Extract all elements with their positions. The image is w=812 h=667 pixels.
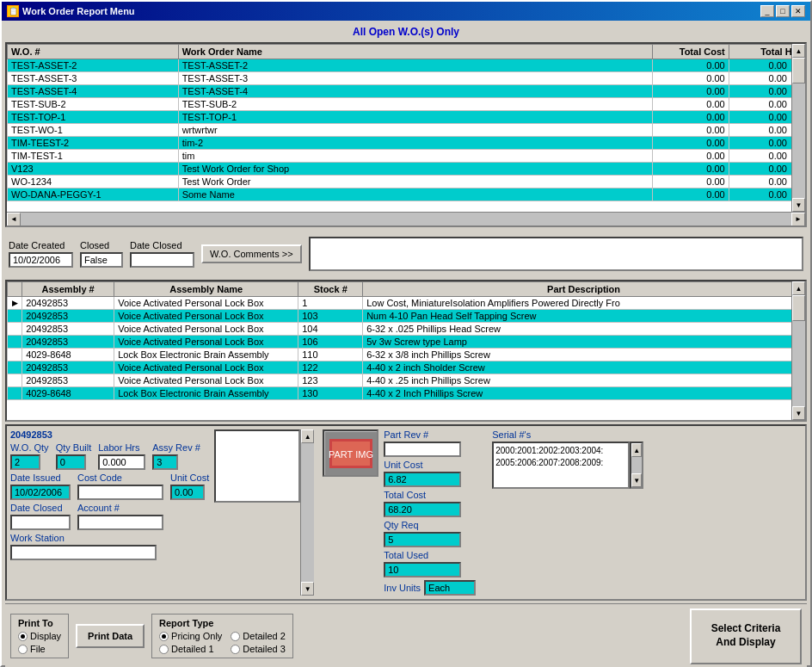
assy-rev-input[interactable] (152, 454, 178, 470)
total-cost-input[interactable] (384, 502, 461, 517)
asm-scroll-thumb[interactable] (792, 295, 805, 321)
date-bar: Date Created Closed Date Closed W.O. Com… (5, 230, 807, 277)
wo-table-row[interactable]: V123 Test Work Order for Shop 0.00 0.00 (8, 163, 805, 176)
pricing-only-radio-item[interactable]: Pricing Only (159, 631, 222, 641)
detailed-2-radio[interactable] (231, 632, 240, 641)
scroll-thumb[interactable] (792, 58, 805, 83)
total-used-input[interactable] (384, 562, 461, 577)
wo-table-row[interactable]: WO-1234 Test Work Order 0.00 0.00 (8, 176, 805, 188)
wo-table-row[interactable]: TEST-ASSET-3 TEST-ASSET-3 0.00 0.00 (8, 72, 805, 85)
cost-code-input[interactable] (77, 485, 163, 500)
workstation-input[interactable] (10, 545, 157, 560)
file-label: File (30, 644, 46, 654)
asm-table-row[interactable]: 20492853 Voice Activated Personal Lock B… (8, 361, 805, 374)
scroll-up-btn[interactable]: ▲ (792, 44, 805, 58)
asm-table-row[interactable]: 20492853 Voice Activated Personal Lock B… (8, 323, 805, 336)
qty-req-input[interactable] (384, 532, 461, 547)
pricing-only-radio[interactable] (159, 632, 169, 641)
window-controls: _ □ ✕ (760, 5, 805, 17)
date-closed-input[interactable] (130, 252, 194, 268)
asm-scroll-down-btn[interactable]: ▼ (792, 406, 805, 420)
date-created-label: Date Created (9, 240, 73, 250)
closed-label: Closed (80, 240, 123, 250)
detailed-2-label: Detailed 2 (243, 631, 286, 641)
asm-table-row[interactable]: 20492853 Voice Activated Personal Lock B… (8, 336, 805, 349)
wo-table-row[interactable]: TEST-TOP-1 TEST-TOP-1 0.00 0.00 (8, 111, 805, 124)
col-asm-name: Assembly Name (114, 282, 298, 297)
scroll-left-btn[interactable]: ◄ (7, 213, 21, 226)
scroll-right-btn[interactable]: ► (791, 213, 805, 226)
report-options: Pricing Only Detailed 1 Detailed 2 (159, 631, 286, 654)
qty-built-input[interactable] (56, 454, 86, 470)
total-used-label: Total Used (384, 550, 487, 560)
minimize-button[interactable]: _ (760, 5, 774, 17)
qty-req-label: Qty Req (384, 520, 487, 530)
wo-table-row[interactable]: TIM-TEEST-2 tim-2 0.00 0.00 (8, 137, 805, 150)
asm-table-row[interactable]: 4029-8648 Lock Box Electronic Brain Asse… (8, 387, 805, 400)
display-radio-item[interactable]: Display (18, 631, 61, 641)
date-created-input[interactable] (9, 252, 73, 268)
serial-scroll-down[interactable]: ▼ (631, 473, 642, 487)
col-arrow (8, 282, 22, 297)
wo-table-row[interactable]: WO-DANA-PEGGY-1 Some Name 0.00 0.00 (8, 188, 805, 201)
date-issued-input[interactable] (10, 485, 71, 500)
notes-scroll-down[interactable]: ▼ (301, 582, 314, 596)
notes-textarea[interactable] (214, 429, 300, 503)
asm-table-row[interactable]: 4029-8648 Lock Box Electronic Brain Asse… (8, 349, 805, 361)
notes-scroll-up[interactable]: ▲ (301, 429, 314, 443)
labor-hrs-input[interactable] (98, 454, 145, 470)
wo-table-row[interactable]: TEST-ASSET-2 TEST-ASSET-2 0.00 0.00 (8, 59, 805, 72)
inv-units-label: Inv Units (384, 583, 421, 593)
part-rev-label: Part Rev # (384, 429, 487, 440)
svg-text:PART IMG: PART IMG (329, 449, 373, 460)
main-window: 📋 Work Order Report Menu _ □ ✕ All Open … (0, 0, 812, 667)
wo-table-row[interactable]: TIM-TEST-1 tim 0.00 0.00 (8, 150, 805, 163)
asm-vertical-scrollbar[interactable]: ▲ ▼ (791, 281, 805, 420)
scroll-h-track (21, 213, 791, 225)
serial-scroll-up[interactable]: ▲ (631, 443, 642, 457)
asm-id-label: 20492853 (10, 429, 209, 440)
vertical-scrollbar[interactable]: ▲ ▼ (791, 44, 805, 212)
part-rev-input[interactable] (384, 442, 461, 457)
file-radio[interactable] (18, 645, 28, 654)
wo-table-row[interactable]: TEST-ASSET-4 TEST-ASSET-4 0.00 0.00 (8, 85, 805, 98)
detailed-3-radio-item[interactable]: Detailed 3 (231, 644, 286, 654)
report-col-1: Pricing Only Detailed 1 (159, 631, 222, 654)
assembly-table: Assembly # Assembly Name Stock # Part De… (7, 281, 805, 400)
total-cost-label: Total Cost (384, 490, 487, 500)
part-image-svg: PART IMG (325, 432, 377, 475)
select-criteria-button[interactable]: Select Criteria And Display (690, 608, 802, 664)
date-closed-detail-input[interactable] (10, 515, 71, 530)
file-radio-item[interactable]: File (18, 644, 61, 654)
unit-cost-right-input[interactable] (384, 472, 461, 487)
detailed-1-radio[interactable] (159, 645, 169, 654)
print-to-title: Print To (18, 618, 61, 628)
detailed-3-radio[interactable] (231, 645, 240, 654)
closed-input[interactable] (80, 252, 123, 268)
asm-scroll-up-btn[interactable]: ▲ (792, 281, 805, 295)
account-input[interactable] (77, 515, 163, 530)
display-radio[interactable] (18, 632, 28, 641)
scroll-track (792, 58, 805, 198)
serial-label: Serial #'s (492, 429, 643, 440)
maximize-button[interactable]: □ (776, 5, 790, 17)
asm-table-row[interactable]: ▶ 20492853 Voice Activated Personal Lock… (8, 297, 805, 310)
assembly-table-container: Assembly # Assembly Name Stock # Part De… (5, 280, 807, 422)
close-button[interactable]: ✕ (791, 5, 805, 17)
wo-table-row[interactable]: TEST-WO-1 wrtwrtwr 0.00 0.00 (8, 124, 805, 137)
asm-table-row[interactable]: 20492853 Voice Activated Personal Lock B… (8, 374, 805, 387)
inv-units-input[interactable] (424, 580, 476, 596)
detailed-3-label: Detailed 3 (243, 644, 286, 654)
detailed-2-radio-item[interactable]: Detailed 2 (231, 631, 286, 641)
date-issued-label: Date Issued (10, 472, 71, 483)
asm-table-row[interactable]: 20492853 Voice Activated Personal Lock B… (8, 310, 805, 323)
print-data-button[interactable]: Print Data (76, 624, 145, 648)
unit-cost-input[interactable] (170, 485, 205, 500)
wo-comments-button[interactable]: W.O. Comments >> (201, 244, 302, 263)
scroll-down-btn[interactable]: ▼ (792, 198, 805, 212)
col-wo-name: Work Order Name (178, 45, 653, 59)
horizontal-scrollbar[interactable]: ◄ ► (7, 212, 805, 225)
wo-qty-input[interactable] (10, 454, 40, 470)
wo-table-row[interactable]: TEST-SUB-2 TEST-SUB-2 0.00 0.00 (8, 98, 805, 111)
detailed-1-radio-item[interactable]: Detailed 1 (159, 644, 222, 654)
